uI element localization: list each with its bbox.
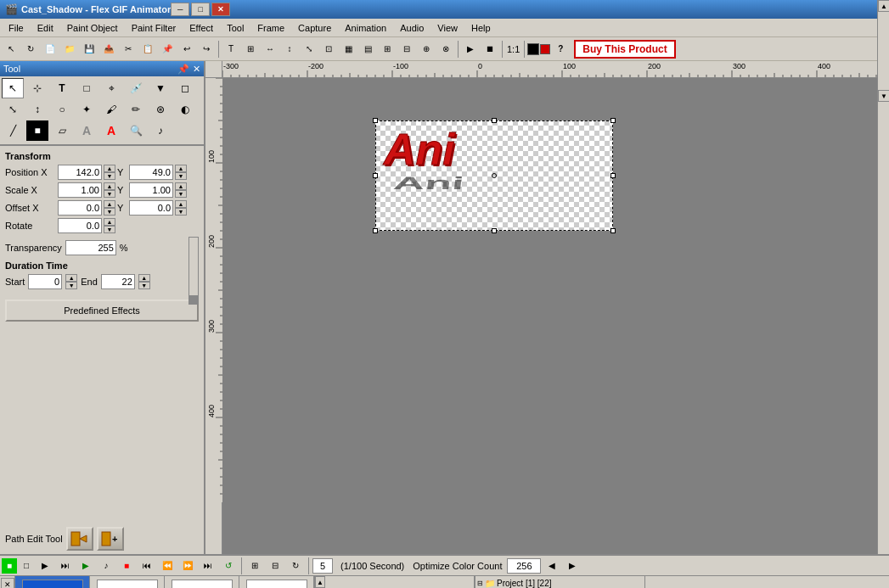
- menu-capture[interactable]: Capture: [291, 20, 338, 36]
- scale-x-down[interactable]: ▼: [104, 190, 115, 198]
- frame-item-4[interactable]: Ani [4] 0.05s: [239, 576, 314, 588]
- handle-center[interactable]: [492, 173, 497, 178]
- tool-fill[interactable]: ▼: [149, 78, 172, 98]
- maximize-button[interactable]: □: [191, 3, 210, 16]
- tb-text[interactable]: T: [222, 40, 240, 59]
- tb-align[interactable]: ⊞: [241, 40, 260, 59]
- frames-scrollbar[interactable]: ▲ ▼: [314, 576, 324, 588]
- start-input[interactable]: [28, 274, 62, 289]
- color-count-next[interactable]: ▶: [563, 557, 582, 575]
- tb-color2[interactable]: [540, 44, 550, 54]
- menu-audio[interactable]: Audio: [393, 20, 430, 36]
- handle-bl[interactable]: [373, 228, 378, 233]
- end-input[interactable]: [101, 274, 135, 289]
- tool-extra[interactable]: [174, 120, 196, 141]
- tb-export[interactable]: 📤: [99, 40, 118, 59]
- pos-x-up[interactable]: ▲: [104, 165, 115, 172]
- tool-line[interactable]: ╱: [2, 120, 24, 141]
- menu-paint-object[interactable]: Paint Object: [60, 20, 125, 36]
- tool-pencil[interactable]: ✏: [125, 99, 147, 120]
- tb-save[interactable]: 💾: [80, 40, 98, 59]
- frame-tb-repeat[interactable]: ↺: [219, 557, 238, 575]
- handle-tm[interactable]: [492, 118, 497, 123]
- handle-tr[interactable]: [610, 118, 616, 123]
- position-y-input[interactable]: [129, 165, 173, 180]
- tb-flip-v[interactable]: ↕: [280, 40, 299, 59]
- tb-more1[interactable]: ⊞: [378, 40, 397, 59]
- tb-select[interactable]: ↖: [2, 40, 20, 59]
- frame-item-1[interactable]: Ani [1] 0.05s: [15, 576, 90, 588]
- pin-icon[interactable]: 📌: [177, 64, 189, 75]
- end-up[interactable]: ▲: [138, 274, 150, 282]
- offset-x-spin[interactable]: ▲ ▼: [104, 200, 115, 216]
- color-count-prev[interactable]: ◀: [543, 557, 561, 575]
- frame-tb-opt3[interactable]: ↻: [286, 557, 305, 575]
- scale-x-input[interactable]: [58, 182, 102, 198]
- close-panel-icon[interactable]: ✕: [193, 64, 200, 75]
- position-x-spin[interactable]: ▲ ▼: [104, 165, 115, 180]
- offset-x-up[interactable]: ▲: [104, 200, 115, 208]
- tb-cut[interactable]: ✂: [119, 40, 138, 59]
- offset-y-input[interactable]: [129, 200, 173, 216]
- handle-br[interactable]: [610, 228, 616, 233]
- path-edit-btn-2[interactable]: +: [97, 527, 124, 551]
- frame-tb-back[interactable]: ⏪: [158, 557, 177, 575]
- scale-y-spin[interactable]: ▲ ▼: [175, 182, 187, 198]
- menu-frame[interactable]: Frame: [250, 20, 291, 36]
- tb-ungroup[interactable]: ▤: [358, 40, 377, 59]
- menu-animation[interactable]: Animation: [338, 20, 393, 36]
- tool-wand[interactable]: ✦: [76, 99, 98, 120]
- frames-close-btn[interactable]: ✕: [1, 578, 14, 588]
- tb-more3[interactable]: ⊕: [417, 40, 436, 59]
- close-button[interactable]: ✕: [211, 3, 230, 16]
- pos-x-down[interactable]: ▼: [104, 172, 115, 180]
- tb-render[interactable]: ▶: [461, 40, 480, 59]
- tool-transform[interactable]: ⤡: [2, 99, 24, 120]
- transparency-input[interactable]: [65, 240, 116, 255]
- frame-number-input[interactable]: [312, 558, 333, 574]
- frame-tb-fwd[interactable]: ⏩: [178, 557, 197, 575]
- frame-tb-last[interactable]: ⏭: [199, 557, 217, 575]
- position-y-spin[interactable]: ▲ ▼: [175, 165, 187, 180]
- buy-button[interactable]: Buy This Product: [574, 40, 675, 59]
- start-up[interactable]: ▲: [65, 274, 77, 282]
- canvas-viewport[interactable]: Ani Ani: [222, 78, 889, 554]
- tool-text[interactable]: T: [51, 78, 73, 98]
- offset-y-down[interactable]: ▼: [175, 208, 187, 216]
- tb-scale[interactable]: ⤡: [300, 40, 318, 59]
- offset-y-spin[interactable]: ▲ ▼: [175, 200, 187, 216]
- scale-x-spin[interactable]: ▲ ▼: [104, 182, 115, 198]
- tool-lasso[interactable]: ⌖: [100, 78, 122, 98]
- end-down[interactable]: ▼: [138, 282, 150, 289]
- rotate-spin[interactable]: ▲ ▼: [104, 218, 115, 233]
- rotate-down[interactable]: ▼: [104, 226, 115, 233]
- tool-note[interactable]: ♪: [149, 120, 172, 141]
- tool-rect[interactable]: □: [76, 78, 98, 98]
- rotate-up[interactable]: ▲: [104, 218, 115, 226]
- frame-tb-play-fwd[interactable]: ▶: [36, 557, 54, 575]
- frame-tb-opt1[interactable]: ⊞: [245, 557, 264, 575]
- handle-mr[interactable]: [610, 173, 616, 178]
- tb-redo[interactable]: ↪: [197, 40, 216, 59]
- frame-item-3[interactable]: Ani [3] 0.05s: [165, 576, 239, 588]
- minimize-button[interactable]: ─: [171, 3, 189, 16]
- track-expand-1[interactable]: ⊟: [477, 580, 483, 587]
- start-spin[interactable]: ▲ ▼: [65, 274, 77, 289]
- menu-paint-filter[interactable]: Paint Filter: [125, 20, 183, 36]
- color-count-input[interactable]: [507, 558, 541, 574]
- path-edit-btn-1[interactable]: [66, 527, 93, 551]
- scale-x-up[interactable]: ▲: [104, 182, 115, 190]
- tool-eraser[interactable]: ◻: [174, 78, 196, 98]
- menu-tool[interactable]: Tool: [220, 20, 250, 36]
- end-spin[interactable]: ▲ ▼: [138, 274, 150, 289]
- pos-y-down[interactable]: ▼: [175, 172, 187, 180]
- scale-y-down[interactable]: ▼: [175, 190, 187, 198]
- rotate-input[interactable]: [58, 218, 102, 233]
- tool-zoom[interactable]: 🔍: [125, 120, 147, 141]
- handle-tl[interactable]: [373, 118, 378, 123]
- tool-smudge[interactable]: ◐: [174, 99, 196, 120]
- tb-flip-h[interactable]: ↔: [261, 40, 279, 59]
- frame-tb-del[interactable]: □: [19, 558, 34, 574]
- tb-rotate[interactable]: ↻: [21, 40, 40, 59]
- tool-colorpick[interactable]: ■: [26, 120, 48, 141]
